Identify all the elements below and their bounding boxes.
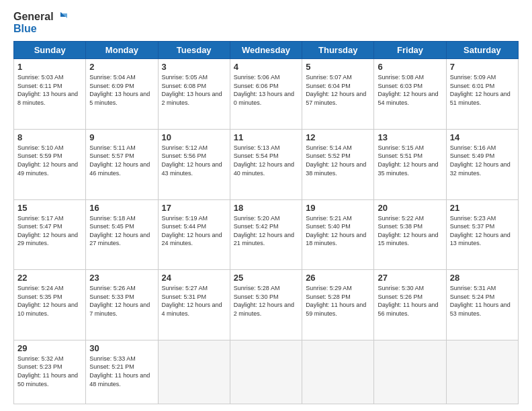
calendar-cell: 3 Sunrise: 5:05 AM Sunset: 6:08 PM Dayli…	[158, 59, 230, 130]
day-number: 14	[450, 132, 515, 142]
day-info: Sunrise: 5:13 AM Sunset: 5:54 PM Dayligh…	[234, 144, 298, 177]
calendar-cell: 7 Sunrise: 5:09 AM Sunset: 6:01 PM Dayli…	[446, 59, 518, 130]
weekday-header-friday: Friday	[374, 42, 446, 59]
calendar-cell: 18 Sunrise: 5:20 AM Sunset: 5:42 PM Dayl…	[230, 199, 302, 270]
day-info: Sunrise: 5:18 AM Sunset: 5:45 PM Dayligh…	[89, 214, 154, 248]
calendar-cell: 14 Sunrise: 5:16 AM Sunset: 5:49 PM Dayl…	[446, 129, 518, 199]
calendar-cell: 2 Sunrise: 5:04 AM Sunset: 6:09 PM Dayli…	[86, 59, 158, 130]
day-info: Sunrise: 5:12 AM Sunset: 5:56 PM Dayligh…	[162, 144, 226, 177]
calendar-cell: 24 Sunrise: 5:27 AM Sunset: 5:31 PM Dayl…	[158, 270, 230, 340]
page: General Blue SundayMondayTuesdayWednesda…	[0, 0, 532, 411]
weekday-header-monday: Monday	[86, 42, 158, 59]
calendar-cell	[230, 340, 302, 404]
weekday-header-tuesday: Tuesday	[158, 42, 230, 59]
day-info: Sunrise: 5:11 AM Sunset: 5:57 PM Dayligh…	[89, 144, 154, 177]
day-number: 9	[89, 132, 154, 142]
calendar-cell: 9 Sunrise: 5:11 AM Sunset: 5:57 PM Dayli…	[86, 129, 158, 199]
day-number: 30	[89, 343, 154, 353]
day-number: 13	[378, 132, 442, 142]
calendar-cell: 30 Sunrise: 5:33 AM Sunset: 5:21 PM Dayl…	[86, 340, 158, 404]
weekday-header-thursday: Thursday	[302, 42, 374, 59]
calendar-cell: 8 Sunrise: 5:10 AM Sunset: 5:59 PM Dayli…	[14, 129, 86, 199]
day-number: 22	[17, 273, 82, 283]
calendar-cell: 21 Sunrise: 5:23 AM Sunset: 5:37 PM Dayl…	[446, 199, 518, 270]
day-info: Sunrise: 5:16 AM Sunset: 5:49 PM Dayligh…	[450, 144, 515, 177]
calendar-cell: 13 Sunrise: 5:15 AM Sunset: 5:51 PM Dayl…	[374, 129, 446, 199]
header: General Blue	[13, 11, 519, 34]
day-info: Sunrise: 5:14 AM Sunset: 5:52 PM Dayligh…	[306, 144, 370, 177]
calendar-cell: 20 Sunrise: 5:22 AM Sunset: 5:38 PM Dayl…	[374, 199, 446, 270]
calendar-cell: 27 Sunrise: 5:30 AM Sunset: 5:26 PM Dayl…	[374, 270, 446, 340]
calendar-cell: 11 Sunrise: 5:13 AM Sunset: 5:54 PM Dayl…	[230, 129, 302, 199]
day-info: Sunrise: 5:19 AM Sunset: 5:44 PM Dayligh…	[162, 214, 226, 248]
logo-text-blue: Blue	[13, 23, 67, 35]
day-info: Sunrise: 5:09 AM Sunset: 6:01 PM Dayligh…	[450, 73, 515, 107]
calendar-cell: 4 Sunrise: 5:06 AM Sunset: 6:06 PM Dayli…	[230, 59, 302, 130]
day-info: Sunrise: 5:24 AM Sunset: 5:35 PM Dayligh…	[17, 284, 82, 318]
calendar-cell: 22 Sunrise: 5:24 AM Sunset: 5:35 PM Dayl…	[14, 270, 86, 340]
calendar-cell	[158, 340, 230, 404]
day-info: Sunrise: 5:07 AM Sunset: 6:04 PM Dayligh…	[306, 73, 370, 107]
calendar-cell: 5 Sunrise: 5:07 AM Sunset: 6:04 PM Dayli…	[302, 59, 374, 130]
day-number: 3	[162, 62, 226, 72]
logo-text-general: General	[13, 11, 54, 23]
day-number: 21	[450, 203, 515, 213]
day-number: 29	[17, 343, 82, 353]
day-number: 11	[234, 132, 298, 142]
day-number: 15	[17, 203, 82, 213]
day-number: 18	[234, 203, 298, 213]
calendar-cell	[446, 340, 518, 404]
day-number: 23	[89, 273, 154, 283]
day-number: 8	[17, 132, 82, 142]
calendar-cell: 6 Sunrise: 5:08 AM Sunset: 6:03 PM Dayli…	[374, 59, 446, 130]
day-number: 2	[89, 62, 154, 72]
day-info: Sunrise: 5:30 AM Sunset: 5:26 PM Dayligh…	[378, 284, 442, 318]
weekday-header-wednesday: Wednesday	[230, 42, 302, 59]
day-number: 10	[162, 132, 226, 142]
day-number: 7	[450, 62, 515, 72]
day-number: 24	[162, 273, 226, 283]
day-number: 6	[378, 62, 442, 72]
calendar-cell: 19 Sunrise: 5:21 AM Sunset: 5:40 PM Dayl…	[302, 199, 374, 270]
day-info: Sunrise: 5:20 AM Sunset: 5:42 PM Dayligh…	[234, 214, 298, 248]
day-info: Sunrise: 5:15 AM Sunset: 5:51 PM Dayligh…	[378, 144, 442, 177]
calendar-cell: 12 Sunrise: 5:14 AM Sunset: 5:52 PM Dayl…	[302, 129, 374, 199]
day-info: Sunrise: 5:05 AM Sunset: 6:08 PM Dayligh…	[162, 73, 226, 107]
calendar-cell: 15 Sunrise: 5:17 AM Sunset: 5:47 PM Dayl…	[14, 199, 86, 270]
day-info: Sunrise: 5:29 AM Sunset: 5:28 PM Dayligh…	[306, 284, 370, 318]
calendar-cell: 10 Sunrise: 5:12 AM Sunset: 5:56 PM Dayl…	[158, 129, 230, 199]
day-info: Sunrise: 5:32 AM Sunset: 5:23 PM Dayligh…	[17, 355, 82, 388]
day-number: 5	[306, 62, 370, 72]
calendar-cell	[374, 340, 446, 404]
day-info: Sunrise: 5:27 AM Sunset: 5:31 PM Dayligh…	[162, 284, 226, 318]
calendar-cell: 16 Sunrise: 5:18 AM Sunset: 5:45 PM Dayl…	[86, 199, 158, 270]
day-number: 16	[89, 203, 154, 213]
weekday-header-saturday: Saturday	[446, 42, 518, 59]
day-info: Sunrise: 5:03 AM Sunset: 6:11 PM Dayligh…	[17, 73, 82, 107]
day-number: 20	[378, 203, 442, 213]
day-number: 28	[450, 273, 515, 283]
calendar-cell: 28 Sunrise: 5:31 AM Sunset: 5:24 PM Dayl…	[446, 270, 518, 340]
day-info: Sunrise: 5:22 AM Sunset: 5:38 PM Dayligh…	[378, 214, 442, 248]
weekday-header-sunday: Sunday	[14, 42, 86, 59]
calendar-cell: 23 Sunrise: 5:26 AM Sunset: 5:33 PM Dayl…	[86, 270, 158, 340]
day-number: 25	[234, 273, 298, 283]
day-number: 27	[378, 273, 442, 283]
day-info: Sunrise: 5:21 AM Sunset: 5:40 PM Dayligh…	[306, 214, 370, 248]
calendar-table: SundayMondayTuesdayWednesdayThursdayFrid…	[13, 41, 519, 404]
day-number: 17	[162, 203, 226, 213]
logo-container: General Blue	[13, 11, 67, 34]
day-number: 4	[234, 62, 298, 72]
day-info: Sunrise: 5:06 AM Sunset: 6:06 PM Dayligh…	[234, 73, 298, 107]
day-info: Sunrise: 5:17 AM Sunset: 5:47 PM Dayligh…	[17, 214, 82, 248]
calendar-cell: 29 Sunrise: 5:32 AM Sunset: 5:23 PM Dayl…	[14, 340, 86, 404]
calendar-cell: 1 Sunrise: 5:03 AM Sunset: 6:11 PM Dayli…	[14, 59, 86, 130]
day-info: Sunrise: 5:31 AM Sunset: 5:24 PM Dayligh…	[450, 284, 515, 318]
calendar-cell: 26 Sunrise: 5:29 AM Sunset: 5:28 PM Dayl…	[302, 270, 374, 340]
day-info: Sunrise: 5:23 AM Sunset: 5:37 PM Dayligh…	[450, 214, 515, 248]
day-number: 1	[17, 62, 82, 72]
logo: General Blue	[13, 11, 67, 34]
day-number: 19	[306, 203, 370, 213]
day-info: Sunrise: 5:33 AM Sunset: 5:21 PM Dayligh…	[89, 355, 154, 388]
day-info: Sunrise: 5:28 AM Sunset: 5:30 PM Dayligh…	[234, 284, 298, 318]
